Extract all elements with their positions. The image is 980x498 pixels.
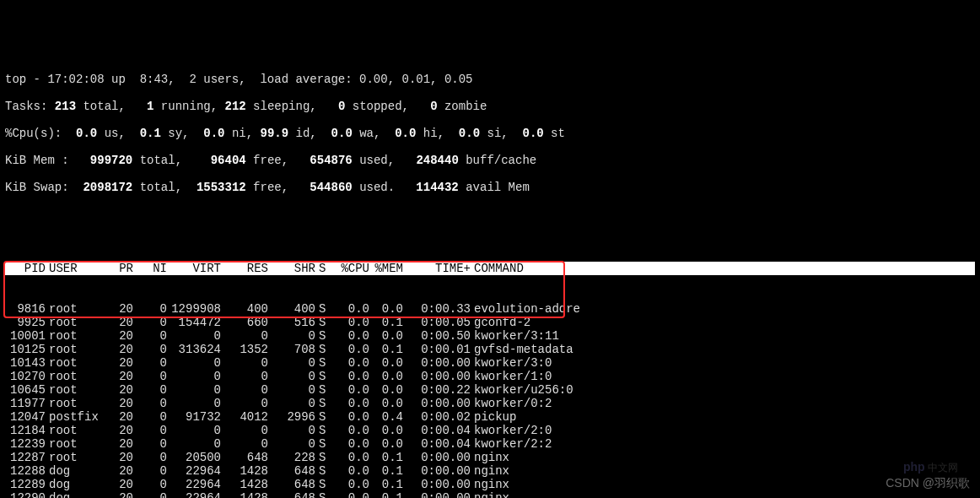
cell-res: 0 (221, 356, 268, 370)
cell-s: S (315, 478, 329, 491)
cell-ni: 0 (133, 437, 167, 451)
cell-mem: 0.0 (369, 424, 403, 437)
col-cmd[interactable]: COMMAND (471, 262, 690, 275)
cell-pid: 12184 (5, 424, 46, 437)
cell-cpu: 0.0 (329, 370, 369, 383)
col-user[interactable]: USER (46, 262, 106, 275)
process-row[interactable]: 10143root200000S0.00.00:00.00kworker/3:0 (5, 356, 980, 370)
cell-pr: 20 (106, 491, 133, 498)
cell-cmd: nginx (471, 451, 690, 464)
col-pid[interactable]: PID (5, 262, 46, 275)
cell-pr: 20 (106, 397, 133, 410)
cell-mem: 0.1 (369, 464, 403, 478)
cell-virt: 1299908 (167, 302, 221, 316)
cpu-line: %Cpu(s): 0.0 us, 0.1 sy, 0.0 ni, 99.9 id… (5, 127, 980, 140)
cell-cmd: nginx (471, 491, 690, 498)
cell-shr: 0 (268, 329, 315, 343)
cell-res: 0 (221, 437, 268, 451)
cell-ni: 0 (133, 424, 167, 437)
process-row[interactable]: 12047postfix2009173240122996S0.00.40:00.… (5, 410, 980, 424)
process-row[interactable]: 10001root200000S0.00.00:00.50kworker/3:1… (5, 329, 980, 343)
cell-ni: 0 (133, 356, 167, 370)
cell-pid: 12290 (5, 491, 46, 498)
process-row[interactable]: 12239root200000S0.00.00:00.04kworker/2:2 (5, 437, 980, 451)
process-row[interactable]: 10270root200000S0.00.00:00.00kworker/1:0 (5, 370, 980, 383)
col-shr[interactable]: SHR (268, 262, 315, 275)
cell-pr: 20 (106, 302, 133, 316)
cell-user: root (46, 370, 106, 383)
cell-shr: 400 (268, 302, 315, 316)
col-res[interactable]: RES (221, 262, 268, 275)
cell-shr: 648 (268, 491, 315, 498)
cell-shr: 648 (268, 464, 315, 478)
col-mem[interactable]: %MEM (369, 262, 403, 275)
site-logo: php php 中文网中文网 (903, 460, 958, 474)
process-row[interactable]: 10645root200000S0.00.00:00.22kworker/u25… (5, 383, 980, 397)
cell-cpu: 0.0 (329, 356, 369, 370)
col-pr[interactable]: PR (106, 262, 133, 275)
cell-res: 0 (221, 370, 268, 383)
cell-s: S (315, 424, 329, 437)
process-row[interactable]: 12184root200000S0.00.00:00.04kworker/2:0 (5, 424, 980, 437)
cell-pid: 11977 (5, 397, 46, 410)
col-cpu[interactable]: %CPU (329, 262, 369, 275)
cell-shr: 0 (268, 370, 315, 383)
cell-s: S (315, 302, 329, 316)
cell-pid: 12287 (5, 451, 46, 464)
cell-pr: 20 (106, 370, 133, 383)
cell-shr: 708 (268, 343, 315, 356)
cell-cmd: evolution-addre (471, 302, 690, 316)
cell-time: 0:00.05 (403, 316, 471, 329)
process-row[interactable]: 12288dog200229641428648S0.00.10:00.00ngi… (5, 464, 980, 478)
cell-res: 0 (221, 424, 268, 437)
cell-virt: 0 (167, 356, 221, 370)
cell-pr: 20 (106, 464, 133, 478)
process-row[interactable]: 12287root20020500648228S0.00.10:00.00ngi… (5, 451, 980, 464)
cell-cpu: 0.0 (329, 316, 369, 329)
cell-mem: 0.0 (369, 383, 403, 397)
cell-user: root (46, 302, 106, 316)
swap-line: KiB Swap: 2098172 total, 1553312 free, 5… (5, 181, 980, 194)
column-header[interactable]: PIDUSERPRNIVIRTRESSHRS%CPU%MEMTIME+COMMA… (5, 262, 975, 275)
col-ni[interactable]: NI (133, 262, 167, 275)
process-list[interactable]: 9816root2001299908400400S0.00.00:00.33ev… (5, 302, 980, 498)
col-time[interactable]: TIME+ (403, 262, 471, 275)
cell-cmd: kworker/3:0 (471, 356, 690, 370)
cell-res: 1352 (221, 343, 268, 356)
cell-s: S (315, 491, 329, 498)
process-row[interactable]: 9925root200154472660516S0.00.10:00.05gco… (5, 316, 980, 329)
cell-virt: 0 (167, 383, 221, 397)
cell-pr: 20 (106, 451, 133, 464)
cell-time: 0:00.00 (403, 370, 471, 383)
col-s[interactable]: S (315, 262, 329, 275)
cell-ni: 0 (133, 370, 167, 383)
cell-shr: 228 (268, 451, 315, 464)
cell-ni: 0 (133, 397, 167, 410)
process-row[interactable]: 11977root200000S0.00.00:00.00kworker/0:2 (5, 397, 980, 410)
cell-time: 0:00.04 (403, 424, 471, 437)
cell-time: 0:00.02 (403, 410, 471, 424)
process-row[interactable]: 12290dog200229641428648S0.00.10:00.00ngi… (5, 491, 980, 498)
cell-res: 1428 (221, 478, 268, 491)
cell-ni: 0 (133, 451, 167, 464)
cell-res: 400 (221, 302, 268, 316)
cell-ni: 0 (133, 383, 167, 397)
cell-mem: 0.4 (369, 410, 403, 424)
cell-cmd: gconfd-2 (471, 316, 690, 329)
cell-ni: 0 (133, 464, 167, 478)
cell-time: 0:00.00 (403, 451, 471, 464)
cell-s: S (315, 383, 329, 397)
cell-cpu: 0.0 (329, 383, 369, 397)
cell-cpu: 0.0 (329, 410, 369, 424)
top-summary-line: top - 17:02:08 up 8:43, 2 users, load av… (5, 73, 980, 86)
cell-time: 0:00.00 (403, 356, 471, 370)
cell-pr: 20 (106, 343, 133, 356)
process-row[interactable]: 9816root2001299908400400S0.00.00:00.33ev… (5, 302, 980, 316)
cell-res: 648 (221, 451, 268, 464)
col-virt[interactable]: VIRT (167, 262, 221, 275)
process-row[interactable]: 12289dog200229641428648S0.00.10:00.00ngi… (5, 478, 980, 491)
mem-line: KiB Mem : 999720 total, 96404 free, 6548… (5, 154, 980, 167)
process-row[interactable]: 10125root2003136241352708S0.00.10:00.01g… (5, 343, 980, 356)
cell-pr: 20 (106, 410, 133, 424)
cell-pid: 10270 (5, 370, 46, 383)
